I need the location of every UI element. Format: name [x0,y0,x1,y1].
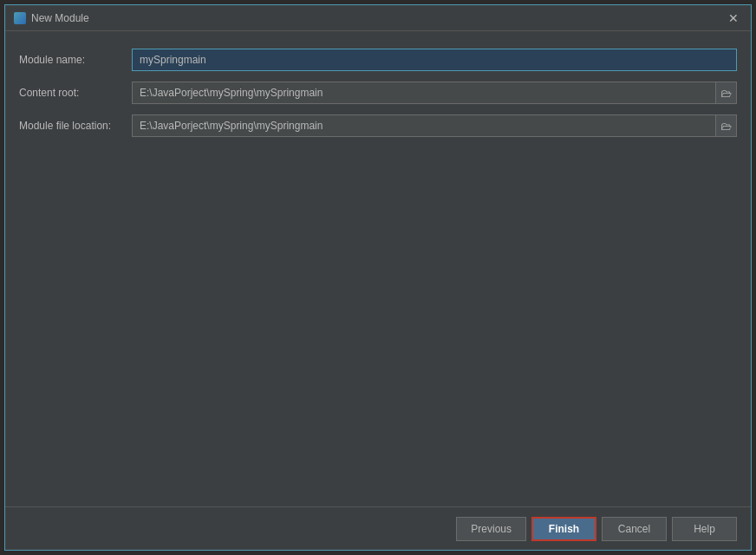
content-root-input-wrapper: 🗁 [132,82,737,104]
module-name-label: Module name: [19,54,132,66]
content-root-row: Content root: 🗁 [19,82,737,104]
module-name-input[interactable] [132,49,737,71]
content-root-label: Content root: [19,87,132,99]
dialog-icon [14,12,26,24]
dialog-title: New Module [31,12,89,24]
content-root-browse-button[interactable]: 🗁 [716,82,737,104]
folder-icon-2: 🗁 [720,120,732,133]
module-name-row: Module name: [19,49,737,71]
module-file-location-browse-button[interactable]: 🗁 [716,114,737,137]
previous-button[interactable]: Previous [456,517,526,541]
module-file-location-label: Module file location: [19,120,132,132]
close-button[interactable]: ✕ [725,12,742,24]
folder-icon: 🗁 [720,87,732,100]
help-button[interactable]: Help [672,517,737,541]
finish-button[interactable]: Finish [531,517,596,541]
new-module-dialog: New Module ✕ Module name: Content root: … [4,4,752,551]
content-root-input[interactable] [132,82,716,104]
module-name-input-wrapper [132,49,737,71]
module-file-location-input[interactable] [132,114,716,137]
title-bar-left: New Module [14,12,89,24]
title-bar: New Module ✕ [5,5,751,31]
cancel-button[interactable]: Cancel [602,517,667,541]
dialog-body: Module name: Content root: 🗁 Module file… [5,31,751,506]
dialog-footer: Previous Finish Cancel Help [5,506,751,550]
module-file-location-row: Module file location: 🗁 [19,114,737,137]
module-file-location-input-wrapper: 🗁 [132,114,737,137]
